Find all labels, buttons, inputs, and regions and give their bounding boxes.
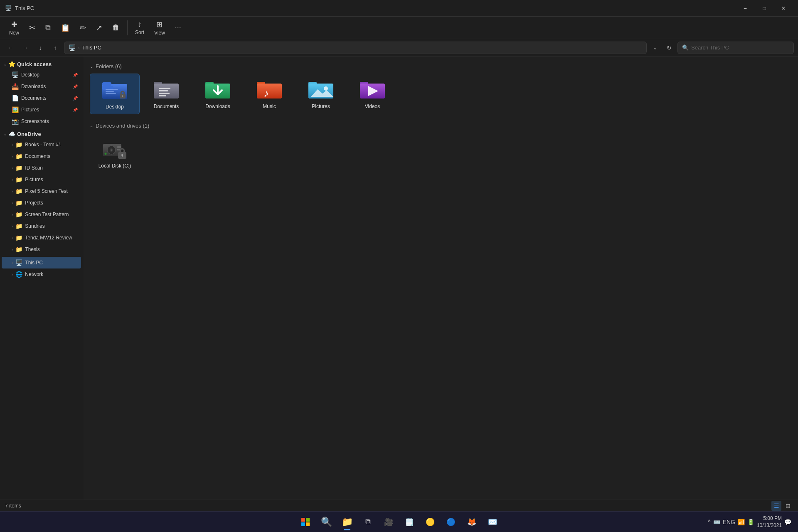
folder-downloads[interactable]: Downloads (193, 74, 243, 114)
view-button[interactable]: ⊞ View (150, 19, 169, 37)
sidebar-item-sundries[interactable]: › 📁 Sundries (2, 220, 81, 232)
sidebar-item-desktop[interactable]: 🖥️ Desktop 📌 (2, 69, 81, 81)
sidebar-thesis-label: Thesis (25, 246, 78, 252)
expand-icon12: › (12, 272, 13, 277)
chevron-up-icon[interactable]: ^ (708, 519, 711, 525)
sidebar-item-pictures[interactable]: 🖼️ Pictures 📌 (2, 104, 81, 116)
svg-rect-48 (301, 522, 305, 526)
folders-grid: Desktop (90, 74, 791, 114)
task-view-button[interactable]: ⧉ (359, 513, 377, 531)
view-list-button[interactable]: ☰ (771, 501, 781, 511)
folder-pictures[interactable]: Pictures (296, 74, 346, 114)
svg-text:♪: ♪ (264, 87, 269, 99)
start-button[interactable] (296, 513, 315, 531)
sidebar-item-pixel5[interactable]: › 📁 Pixel 5 Screen Test (2, 185, 81, 197)
delete-button[interactable]: 🗑 (108, 19, 124, 37)
refresh-button[interactable]: ↻ (663, 42, 675, 54)
more-button[interactable]: ··· (171, 19, 185, 37)
app-store-button[interactable]: 🔵 (442, 513, 460, 531)
battery-icon[interactable]: 🔋 (747, 519, 754, 525)
clock[interactable]: 5:00 PM 10/13/2021 (757, 515, 782, 529)
up-button[interactable]: ↑ (49, 42, 62, 54)
cut-button[interactable]: ✂ (25, 19, 39, 37)
documents-icon: 📄 (12, 95, 19, 101)
delete-icon: 🗑 (112, 23, 120, 32)
view-grid-button[interactable]: ⊞ (783, 501, 793, 511)
more-icon: ··· (175, 23, 181, 32)
sidebar-item-screenshots[interactable]: 📸 Screenshots (2, 116, 81, 127)
sidebar-thispc-label: This PC (25, 260, 78, 266)
network-icon: 🌐 (15, 271, 22, 278)
sidebar-item-thesis[interactable]: › 📁 Thesis (2, 244, 81, 255)
sort-button[interactable]: ↕ Sort (131, 19, 148, 37)
sidebar-item-books[interactable]: › 📁 Books - Term #1 (2, 139, 81, 150)
statusbar: 7 items ☰ ⊞ (0, 500, 798, 511)
desktop-icon: 🖥️ (12, 71, 19, 78)
sidebar-item-thispc[interactable]: › 🖥️ This PC (2, 257, 81, 268)
folder-music[interactable]: ♪ Music (244, 74, 294, 114)
svg-point-38 (111, 150, 112, 151)
share-button[interactable]: ↗ (92, 19, 106, 37)
folders-chevron: ⌄ (90, 64, 93, 69)
sidebar-projects-label: Projects (25, 200, 78, 206)
sort-label: Sort (135, 30, 144, 35)
folder-videos[interactable]: Videos (347, 74, 397, 114)
paste-button[interactable]: 📋 (57, 19, 74, 37)
expand-icon: › (12, 143, 13, 147)
onedrive-header[interactable]: ⌄ ☁️ OneDrive (0, 129, 83, 139)
sort-icon: ↕ (138, 20, 142, 29)
copy-button[interactable]: ⧉ (41, 19, 55, 37)
sidebar-item-odPictures[interactable]: › 📁 Pictures (2, 174, 81, 185)
statusbar-right: ☰ ⊞ (771, 501, 793, 511)
address-path[interactable]: 🖥️ › This PC (64, 42, 647, 54)
app-files-button[interactable]: 🟡 (421, 513, 439, 531)
drive-c[interactable]: Local Disk (C:) (90, 133, 140, 173)
lang-label[interactable]: ENG (723, 519, 735, 525)
od-pictures-icon: 📁 (15, 176, 22, 183)
sidebar-item-idscan[interactable]: › 📁 ID Scan (2, 162, 81, 174)
screenpattern-icon: 📁 (15, 211, 22, 218)
rename-button[interactable]: ✏ (76, 19, 90, 37)
new-button[interactable]: ✚ New (5, 19, 23, 37)
sidebar-item-documents[interactable]: 📄 Documents 📌 (2, 92, 81, 104)
quick-access-icon: ⭐ (8, 61, 15, 67)
folders-section-header[interactable]: ⌄ Folders (6) (90, 63, 791, 69)
notify-icon[interactable]: 💬 (784, 519, 791, 525)
folder-documents[interactable]: Documents (141, 74, 191, 114)
recent-button[interactable]: ↓ (34, 42, 47, 54)
svg-rect-4 (106, 89, 118, 90)
sidebar-item-downloads[interactable]: 📥 Downloads 📌 (2, 81, 81, 92)
back-button[interactable]: ← (4, 42, 17, 54)
expand-icon6: › (12, 201, 13, 205)
close-button[interactable]: ✕ (774, 2, 793, 15)
folder-desktop[interactable]: Desktop (90, 74, 140, 114)
expand-icon4: › (12, 177, 13, 182)
drives-section-header[interactable]: ⌄ Devices and drives (1) (90, 123, 791, 129)
sidebar-downloads-label: Downloads (21, 84, 70, 89)
sidebar-item-projects[interactable]: › 📁 Projects (2, 197, 81, 209)
titlebar: 🖥️ This PC – □ ✕ (0, 0, 798, 17)
sidebar-item-screenpattern[interactable]: › 📁 Screen Test Pattern (2, 209, 81, 220)
sidebar-item-odDocuments[interactable]: › 📁 Documents (2, 150, 81, 162)
quick-access-header[interactable]: ⌄ ⭐ Quick access (0, 59, 83, 69)
sidebar-pixel5-label: Pixel 5 Screen Test (25, 188, 78, 194)
sidebar-idscan-label: ID Scan (25, 165, 78, 171)
maximize-button[interactable]: □ (755, 2, 774, 15)
keyboard-icon[interactable]: ⌨️ (713, 519, 720, 525)
app-zoom-button[interactable]: 🎥 (379, 513, 398, 531)
tenda-icon: 📁 (15, 234, 22, 241)
wifi-icon[interactable]: 📶 (738, 519, 745, 525)
search-button[interactable]: 🔍 (317, 513, 335, 531)
sidebar-item-tenda[interactable]: › 📁 Tenda MW12 Review (2, 232, 81, 244)
forward-button[interactable]: → (19, 42, 32, 54)
folder-videos-label: Videos (365, 103, 380, 109)
app-notes-button[interactable]: 🗒️ (400, 513, 419, 531)
file-explorer-button[interactable]: 📁 (338, 513, 356, 531)
sidebar-desktop-label: Desktop (21, 72, 70, 78)
addr-dropdown[interactable]: ⌄ (649, 42, 661, 54)
mail-button[interactable]: ✉️ (483, 513, 502, 531)
search-bar[interactable]: 🔍 Search This PC (677, 42, 794, 54)
sidebar-item-network[interactable]: › 🌐 Network (2, 268, 81, 280)
minimize-button[interactable]: – (736, 2, 755, 15)
edge-button[interactable]: 🦊 (463, 513, 481, 531)
